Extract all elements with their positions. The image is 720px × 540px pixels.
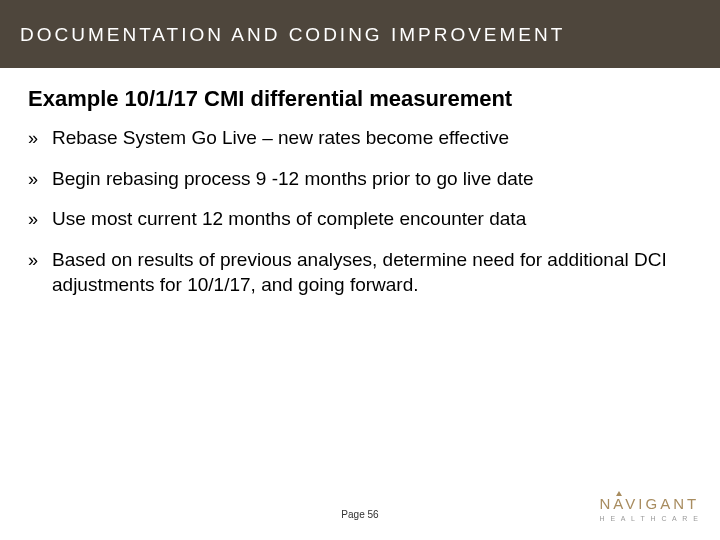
brand-name-post: VIGANT — [625, 495, 699, 512]
title-bar: DOCUMENTATION AND CODING IMPROVEMENT — [0, 0, 720, 68]
content-area: Example 10/1/17 CMI differential measure… — [0, 68, 720, 540]
list-item: » Rebase System Go Live – new rates beco… — [28, 126, 692, 151]
bullet-icon: » — [28, 168, 38, 191]
bullet-list: » Rebase System Go Live – new rates beco… — [28, 126, 692, 297]
list-item: » Use most current 12 months of complete… — [28, 207, 692, 232]
bullet-text: Begin rebasing process 9 -12 months prio… — [52, 167, 692, 192]
brand-block: NAVIGANT H E A L T H C A R E — [599, 495, 700, 522]
bullet-icon: » — [28, 249, 38, 272]
bullet-icon: » — [28, 208, 38, 231]
bullet-text: Based on results of previous analyses, d… — [52, 248, 692, 297]
slide: DOCUMENTATION AND CODING IMPROVEMENT Exa… — [0, 0, 720, 540]
compass-icon: A — [613, 495, 625, 512]
brand-logo: NAVIGANT — [599, 495, 700, 512]
bullet-text: Use most current 12 months of complete e… — [52, 207, 692, 232]
bullet-text: Rebase System Go Live – new rates become… — [52, 126, 692, 151]
section-heading: Example 10/1/17 CMI differential measure… — [28, 86, 692, 112]
brand-name-pre: N — [599, 495, 613, 512]
page-number: Page 56 — [341, 509, 378, 520]
list-item: » Based on results of previous analyses,… — [28, 248, 692, 297]
brand-name-mid: A — [613, 495, 626, 512]
slide-title: DOCUMENTATION AND CODING IMPROVEMENT — [20, 24, 565, 45]
list-item: » Begin rebasing process 9 -12 months pr… — [28, 167, 692, 192]
bullet-icon: » — [28, 127, 38, 150]
footer: Page 56 NAVIGANT H E A L T H C A R E — [0, 486, 720, 526]
brand-subtext: H E A L T H C A R E — [599, 515, 700, 522]
